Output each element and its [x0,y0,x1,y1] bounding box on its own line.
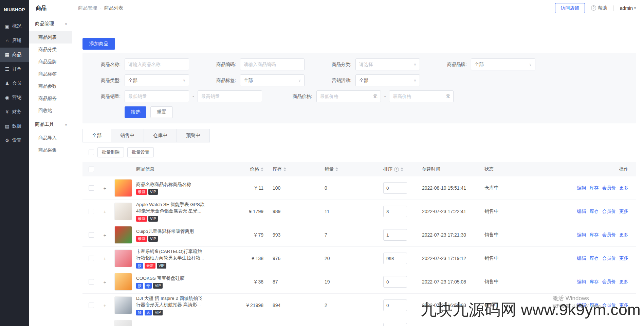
row-checkbox[interactable] [89,256,94,261]
product-name[interactable]: 行箱铝框万向轮男女学生拉杆箱... [136,255,204,261]
batch-delete-button[interactable]: 批量删除 [97,147,124,157]
type-select[interactable]: 全部 ∨ [125,74,189,86]
sort-input[interactable] [383,206,407,217]
row-action-stock[interactable]: 库存 [590,232,599,238]
row-action-stock[interactable]: 库存 [590,279,599,285]
tab-in-warehouse[interactable]: 仓库中 [144,129,177,142]
sort-icon[interactable] [261,167,263,171]
sort-input[interactable] [383,253,407,264]
submenu-item-goods-import[interactable]: 商品导入 [29,132,72,144]
tab-warning[interactable]: 预警中 [177,129,210,142]
row-action-more[interactable]: 更多 [619,232,628,238]
min-price-input[interactable] [316,90,381,102]
product-name[interactable]: Cuipo儿童保温杯带吸管两用 [136,228,194,235]
sort-icon[interactable] [401,167,403,171]
row-expand-icon[interactable]: + [95,185,114,191]
row-action-edit[interactable]: 编辑 [577,208,586,215]
row-action-more[interactable]: 更多 [619,302,628,308]
row-action-edit[interactable]: 编辑 [577,185,586,191]
row-checkbox[interactable] [89,303,94,308]
sidebar-item-finance[interactable]: ¥财务 [0,105,29,119]
submenu-group-goods-tools[interactable]: 商品工具∨ [29,117,72,132]
product-name[interactable]: 卡帝乐鳄鱼(CARTELO)行李箱旅 [136,248,204,255]
sort-icon[interactable] [283,167,286,171]
product-name-input[interactable] [125,58,189,70]
sort-input[interactable] [383,229,407,241]
product-name[interactable]: 行器变形无人机航拍器 高清影... [136,302,202,308]
max-price-input[interactable] [389,90,454,102]
activity-select[interactable]: 全部 ∨ [355,74,420,86]
row-action-member-price[interactable]: 会员价 [602,302,616,308]
row-action-stock[interactable]: 库存 [590,208,599,215]
row-action-edit[interactable]: 编辑 [577,255,586,261]
row-action-stock[interactable]: 库存 [590,302,599,308]
column-header-price[interactable]: 价格 [227,166,268,172]
submenu-item-goods-params[interactable]: 商品参数 [29,80,72,92]
add-product-button[interactable]: 添加商品 [82,38,115,50]
sidebar-item-goods[interactable]: ▦商品 [0,48,29,62]
sidebar-item-data[interactable]: ▤数据 [0,119,29,133]
sidebar-item-shop[interactable]: ⌂店铺 [0,33,29,48]
row-action-edit[interactable]: 编辑 [577,279,586,285]
row-action-member-price[interactable]: 会员价 [602,208,616,215]
row-checkbox[interactable] [89,279,94,285]
tab-on-sale[interactable]: 销售中 [111,129,144,142]
product-name[interactable]: Apple Watch SE 智能手表 GPS款 [136,201,204,208]
submenu-group-goods-manage[interactable]: 商品管理∨ [29,16,72,31]
visit-shop-button[interactable]: 访问店铺 [555,3,585,13]
min-sales-input[interactable] [125,90,189,102]
row-action-member-price[interactable]: 会员价 [602,279,616,285]
batch-set-button[interactable]: 批量设置 [127,147,154,157]
row-action-member-price[interactable]: 会员价 [602,255,616,261]
submenu-item-recycle-bin[interactable]: 回收站 [29,105,72,117]
sidebar-item-settings[interactable]: ⚙设置 [0,133,29,148]
row-action-member-price[interactable]: 会员价 [602,232,616,238]
filter-submit-button[interactable]: 筛选 [125,106,146,118]
row-action-member-price[interactable]: 会员价 [602,185,616,191]
row-checkbox[interactable] [89,185,94,191]
column-header-stock[interactable]: 库存 [268,166,323,172]
row-action-more[interactable]: 更多 [619,255,628,261]
row-action-edit[interactable]: 编辑 [577,302,586,308]
user-menu[interactable]: admin ▾ [620,5,636,11]
sidebar-item-orders[interactable]: ☰订单 [0,62,29,76]
row-action-more[interactable]: 更多 [619,185,628,191]
row-expand-icon[interactable]: + [95,209,114,215]
row-checkbox[interactable] [89,232,94,238]
batch-select-checkbox[interactable] [89,150,94,155]
submenu-item-goods-list[interactable]: 商品列表 [29,31,72,44]
row-expand-icon[interactable]: + [95,279,114,285]
product-name[interactable]: 商品名称商品名称商品名称 [136,181,191,188]
sidebar-item-overview[interactable]: ▣概况 [0,19,29,33]
sidebar-item-marketing[interactable]: ◉营销 [0,90,29,105]
help-link[interactable]: ? 帮助 [591,5,607,11]
product-name[interactable]: COOKSS 宝宝餐盘硅胶 [136,275,185,282]
select-all-checkbox[interactable] [89,167,94,172]
row-action-more[interactable]: 更多 [619,208,628,215]
sort-input[interactable] [383,299,407,311]
row-expand-icon[interactable]: + [95,256,114,261]
row-expand-icon[interactable]: + [95,303,114,308]
product-code-input[interactable] [240,58,305,70]
submenu-item-goods-collect[interactable]: 商品采集 [29,144,72,156]
row-expand-icon[interactable]: + [95,232,114,238]
row-action-stock[interactable]: 库存 [590,255,599,261]
sort-input[interactable] [383,182,407,194]
max-sales-input[interactable] [198,90,262,102]
submenu-item-goods-label[interactable]: 商品标签 [29,68,72,80]
row-action-edit[interactable]: 编辑 [577,232,586,238]
app-logo[interactable]: NIUSHOP [0,0,29,19]
tag-select[interactable]: 全部 ∨ [240,74,305,86]
row-action-more[interactable]: 更多 [619,279,628,285]
submenu-item-goods-category[interactable]: 商品分类 [29,44,72,56]
row-checkbox[interactable] [89,209,94,214]
sort-icon[interactable] [335,167,338,171]
category-select[interactable]: 请选择 ∨ [355,58,420,70]
row-action-stock[interactable]: 库存 [590,185,599,191]
filter-reset-button[interactable]: 重置 [150,106,173,118]
sort-input[interactable] [383,276,407,288]
submenu-item-goods-service[interactable]: 商品服务 [29,92,72,105]
sort-input[interactable] [383,323,407,326]
product-name[interactable]: DJI 大疆 悟 Inspire 2 四轴航拍飞 [136,295,202,302]
product-name[interactable]: 40毫米米金色铝金属表壳 星光... [136,208,204,215]
